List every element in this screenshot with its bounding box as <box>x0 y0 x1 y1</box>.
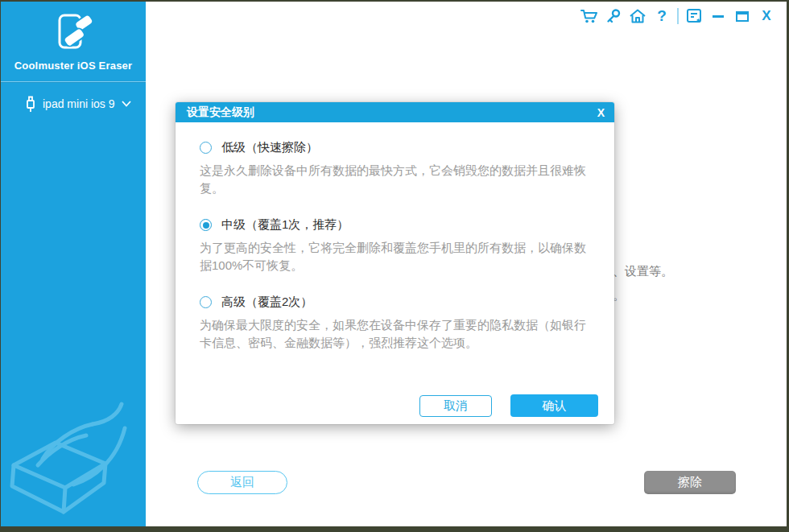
option-high: 高级（覆盖2次） 为确保最大限度的安全，如果您在设备中保存了重要的隐私数据（如银… <box>200 295 590 352</box>
maximize-icon[interactable] <box>730 6 754 26</box>
cart-icon[interactable] <box>577 6 601 26</box>
dialog-footer: 取消 确认 <box>419 394 598 417</box>
cancel-button[interactable]: 取消 <box>419 395 492 417</box>
device-name: ipad mini ios 9 <box>43 97 115 110</box>
topbar-separator <box>677 8 679 24</box>
usb-icon <box>25 95 36 113</box>
radio-icon-selected[interactable] <box>200 219 212 231</box>
security-level-dialog: 设置安全级别 X 低级（快速擦除） 这是永久删除设备中所有数据的最快方式，它会销… <box>176 102 614 424</box>
device-selector[interactable]: ipad mini ios 9 <box>1 82 146 113</box>
app-window: Coolmuster iOS Eraser ipad mini ios 9 <box>1 2 787 526</box>
app-logo: Coolmuster iOS Eraser <box>1 2 146 72</box>
close-icon[interactable]: X <box>754 6 779 26</box>
dialog-close-icon[interactable]: X <box>597 106 605 119</box>
option-low: 低级（快速擦除） 这是永久删除设备中所有数据的最快方式，它会销毁您的数据并且很难… <box>200 140 590 197</box>
radio-option-medium[interactable]: 中级（覆盖1次，推荐） <box>200 217 590 233</box>
background-text-fragment: 、设置等。 <box>613 264 673 279</box>
back-button[interactable]: 返回 <box>197 471 287 494</box>
key-icon[interactable] <box>601 6 626 26</box>
eraser-hand-watermark <box>1 386 141 526</box>
dialog-title: 设置安全级别 <box>187 105 254 120</box>
minimize-icon[interactable] <box>706 6 730 26</box>
option-label: 高级（覆盖2次） <box>221 295 312 310</box>
option-description: 这是永久删除设备中所有数据的最快方式，它会销毁您的数据并且很难恢复。 <box>200 162 591 197</box>
erase-button[interactable]: 擦除 <box>644 471 736 494</box>
chevron-down-icon <box>122 101 131 107</box>
option-description: 为确保最大限度的安全，如果您在设备中保存了重要的隐私数据（如银行卡信息、密码、金… <box>200 316 591 352</box>
feedback-icon[interactable] <box>682 6 706 26</box>
option-medium: 中级（覆盖1次，推荐） 为了更高的安全性，它将完全删除和覆盖您手机里的所有数据，… <box>200 217 590 274</box>
dialog-titlebar: 设置安全级别 X <box>176 102 614 122</box>
help-icon[interactable]: ? <box>650 6 674 26</box>
confirm-button[interactable]: 确认 <box>510 394 598 417</box>
radio-option-low[interactable]: 低级（快速擦除） <box>200 140 590 155</box>
option-label: 低级（快速擦除） <box>221 140 318 155</box>
topbar: ? X <box>146 2 787 31</box>
radio-option-high[interactable]: 高级（覆盖2次） <box>200 295 590 310</box>
sidebar: Coolmuster iOS Eraser ipad mini ios 9 <box>1 2 146 526</box>
radio-icon[interactable] <box>200 142 212 154</box>
phone-eraser-logo-icon <box>52 13 94 52</box>
help-glyph: ? <box>657 7 667 25</box>
option-label: 中级（覆盖1次，推荐） <box>221 217 349 233</box>
close-glyph: X <box>762 8 770 24</box>
app-name: Coolmuster iOS Eraser <box>1 60 146 72</box>
home-icon[interactable] <box>626 6 650 26</box>
option-description: 为了更高的安全性，它将完全删除和覆盖您手机里的所有数据，以确保数据100%不可恢… <box>200 239 591 274</box>
background-text-fragment: 。 <box>613 288 625 303</box>
radio-icon[interactable] <box>200 296 212 308</box>
dialog-body: 低级（快速擦除） 这是永久删除设备中所有数据的最快方式，它会销毁您的数据并且很难… <box>176 122 614 352</box>
